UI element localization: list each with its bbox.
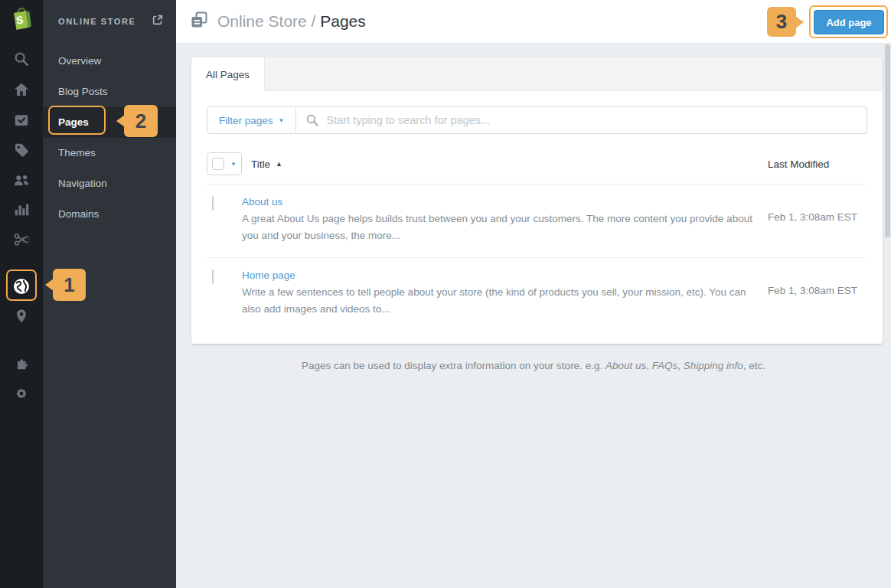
products-tag-icon[interactable] [0, 135, 43, 165]
filter-bar: Filter pages▼ [207, 106, 867, 134]
tab-all-pages[interactable]: All Pages [191, 57, 265, 91]
chevron-down-icon: ▼ [279, 117, 285, 124]
sidebar-item-themes[interactable]: Themes [43, 138, 176, 168]
table-row[interactable]: Home page Write a few sentences to tell … [207, 257, 867, 331]
last-modified-value: Feb 1, 3:08am EST [768, 268, 867, 318]
pages-help-text: Pages can be used to display extra infor… [176, 360, 891, 371]
vertical-scrollbar[interactable] [885, 44, 890, 237]
external-link-icon[interactable] [152, 14, 164, 29]
settings-gear-icon[interactable] [0, 378, 43, 409]
search-icon [305, 113, 319, 127]
last-modified-value: Feb 1, 3:08am EST [768, 194, 867, 245]
tab-bar: All Pages [191, 57, 883, 91]
filter-pages-dropdown[interactable]: Filter pages▼ [207, 107, 296, 133]
chevron-down-icon: ▼ [230, 161, 237, 168]
column-header-title[interactable]: Title▲ [251, 158, 768, 170]
icon-rail: S [0, 0, 43, 588]
annotation-badge-2: 2 [124, 105, 158, 137]
sidebar-title: ONLINE STORE [58, 17, 152, 26]
page-link-about-us[interactable]: About us [242, 196, 282, 207]
pages-stack-icon [190, 11, 208, 32]
sidebar-item-overview[interactable]: Overview [43, 46, 176, 77]
table-row[interactable]: About us A great About Us page helps bui… [207, 185, 867, 257]
online-store-globe-icon[interactable] [0, 271, 43, 302]
page-title: Pages [320, 12, 366, 30]
annotation-badge-3: 3 [767, 7, 796, 37]
reports-chart-icon[interactable] [0, 194, 43, 225]
customers-icon[interactable] [0, 165, 43, 195]
breadcrumb-root[interactable]: Online Store [217, 12, 307, 30]
add-page-button[interactable]: Add page [814, 10, 884, 34]
sidebar-item-domains[interactable]: Domains [43, 199, 176, 230]
shopify-logo-icon[interactable]: S [8, 5, 34, 36]
sort-asc-icon: ▲ [276, 160, 282, 168]
home-icon[interactable] [0, 74, 43, 105]
search-pages-input[interactable] [326, 114, 857, 126]
column-header-last-modified: Last Modified [768, 158, 867, 170]
sidebar-item-navigation[interactable]: Navigation [43, 168, 176, 199]
page-description: Write a few sentences to tell people abo… [242, 284, 757, 318]
main-area: Online Store / Pages Add page All Pages … [176, 0, 891, 588]
row-checkbox[interactable] [212, 196, 214, 211]
search-icon[interactable] [0, 44, 43, 74]
page-link-home-page[interactable]: Home page [242, 270, 295, 281]
sidebar-header: ONLINE STORE [43, 0, 176, 43]
search-segment [296, 107, 867, 133]
annotation-badge-1: 1 [53, 269, 86, 301]
row-checkbox[interactable] [212, 270, 214, 284]
locations-pin-icon[interactable] [0, 301, 43, 332]
pages-card: All Pages Filter pages▼ ▼ Title▲ [191, 57, 883, 344]
select-all-dropdown[interactable]: ▼ [207, 152, 242, 175]
table-header: ▼ Title▲ Last Modified [207, 152, 867, 185]
page-description: A great About Us page helps builds trust… [242, 211, 757, 245]
discounts-scissors-icon[interactable] [0, 224, 43, 255]
breadcrumb: Online Store / Pages [217, 12, 366, 31]
orders-icon[interactable] [0, 105, 43, 136]
apps-puzzle-icon[interactable] [0, 348, 43, 378]
sidebar-item-blog-posts[interactable]: Blog Posts [43, 77, 176, 107]
select-all-checkbox[interactable] [212, 158, 224, 170]
